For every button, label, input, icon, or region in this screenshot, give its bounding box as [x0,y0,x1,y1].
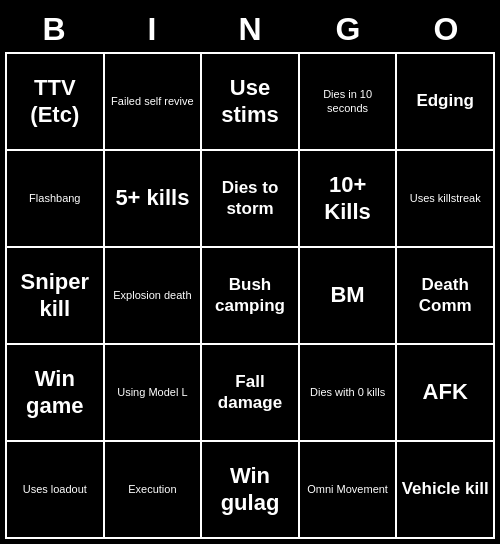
bingo-cell: Dies to storm [202,151,300,248]
header-letter: I [107,11,197,48]
bingo-cell: Death Comm [397,248,495,345]
bingo-cell: Fall damage [202,345,300,442]
bingo-cell: 10+ Kills [300,151,398,248]
header-letter: N [205,11,295,48]
bingo-cell: Dies with 0 kills [300,345,398,442]
header-letter: O [401,11,491,48]
bingo-cell: Bush camping [202,248,300,345]
bingo-cell: BM [300,248,398,345]
bingo-cell: Uses loadout [7,442,105,539]
bingo-grid: TTV (Etc)Failed self reviveUse stimsDies… [5,52,495,539]
bingo-cell: Execution [105,442,203,539]
bingo-cell: Using Model L [105,345,203,442]
bingo-cell: Flashbang [7,151,105,248]
bingo-header: BINGO [5,5,495,52]
bingo-cell: Vehicle kill [397,442,495,539]
bingo-cell: Use stims [202,54,300,151]
bingo-cell: Explosion death [105,248,203,345]
bingo-cell: Failed self revive [105,54,203,151]
header-letter: B [9,11,99,48]
bingo-cell: Win game [7,345,105,442]
bingo-cell: Uses killstreak [397,151,495,248]
bingo-cell: Edging [397,54,495,151]
bingo-cell: Sniper kill [7,248,105,345]
bingo-cell: Omni Movement [300,442,398,539]
bingo-cell: AFK [397,345,495,442]
bingo-cell: Dies in 10 seconds [300,54,398,151]
bingo-cell: TTV (Etc) [7,54,105,151]
header-letter: G [303,11,393,48]
bingo-cell: 5+ kills [105,151,203,248]
bingo-card: BINGO TTV (Etc)Failed self reviveUse sti… [5,5,495,539]
bingo-cell: Win gulag [202,442,300,539]
